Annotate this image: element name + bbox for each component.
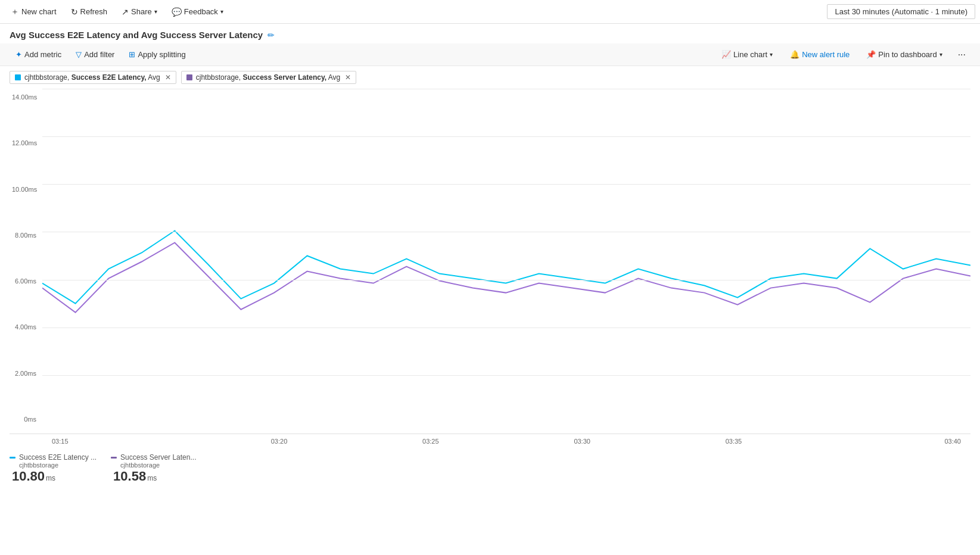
chart-type-button[interactable]: 📈 Line chart ▾ — [715, 47, 779, 62]
legend-value-1: 10.80 ms — [12, 469, 97, 484]
legend-header-1: Success E2E Latency ... — [10, 453, 97, 462]
alert-icon: 🔔 — [790, 50, 799, 59]
legend-dot-2 — [111, 457, 117, 459]
tag-1-dot — [15, 74, 21, 80]
tags-bar: cjhtbbstorage, Success E2E Latency, Avg … — [0, 66, 980, 89]
y-label-2: 2.00ms — [12, 370, 40, 377]
legend-label-2: Success Server Laten... — [120, 453, 196, 462]
legend-value-2: 10.58 ms — [113, 469, 196, 484]
y-label-12: 12.00ms — [12, 139, 40, 146]
metric-tag-2: cjhtbbstorage, Success Server Latency, A… — [181, 71, 356, 84]
x-label-3: 03:25 — [355, 438, 506, 445]
legend-label-1: Success E2E Latency ... — [19, 453, 97, 462]
share-chevron-icon: ▾ — [154, 8, 157, 15]
tag-1-close-button[interactable]: ✕ — [165, 73, 171, 82]
x-label-4: 03:30 — [506, 438, 658, 445]
x-axis: 03:15 03:20 03:25 03:30 03:35 03:40 — [10, 434, 970, 448]
grid-line-10 — [42, 184, 970, 185]
new-alert-rule-button[interactable]: 🔔 New alert rule — [784, 48, 855, 61]
y-axis: 14.00ms 12.00ms 10.00ms 8.00ms 6.00ms 4.… — [10, 89, 42, 434]
legend-item-2: Success Server Laten... cjhtbbstorage 10… — [111, 453, 196, 484]
tag-2-dot — [186, 74, 192, 80]
add-metric-button[interactable]: ✦ Add metric — [10, 48, 67, 61]
filter-icon: ▽ — [76, 50, 82, 59]
grid-line-8 — [42, 232, 970, 232]
edit-title-icon[interactable]: ✏ — [267, 30, 275, 40]
legend-storage-1: cjhtbbstorage — [19, 462, 97, 469]
more-icon: ··· — [958, 49, 966, 60]
grid-line-14 — [42, 89, 970, 89]
x-label-5: 03:35 — [658, 438, 809, 445]
refresh-button[interactable]: ↻ Refresh — [65, 5, 114, 19]
x-label-2: 03:20 — [203, 438, 354, 445]
x-label-1: 03:15 — [52, 438, 203, 445]
chart-type-chevron-icon: ▾ — [770, 51, 773, 58]
chart-title: Avg Success E2E Latency and Avg Success … — [10, 30, 263, 40]
new-chart-button[interactable]: ＋ New chart — [5, 4, 63, 20]
y-label-0: 0ms — [12, 416, 40, 423]
add-metric-icon: ✦ — [15, 50, 22, 59]
tag-2-close-button[interactable]: ✕ — [345, 73, 351, 82]
grid-line-12 — [42, 136, 970, 137]
y-label-8: 8.00ms — [12, 232, 40, 239]
pin-chevron-icon: ▾ — [939, 51, 942, 58]
line-chart-svg — [42, 89, 970, 423]
legend-number-1: 10.80 — [12, 469, 45, 484]
pin-icon: 📌 — [866, 50, 876, 59]
apply-splitting-button[interactable]: ⊞ Apply splitting — [123, 48, 191, 61]
feedback-icon: 💬 — [172, 7, 182, 17]
metrics-toolbar-left: ✦ Add metric ▽ Add filter ⊞ Apply splitt… — [10, 48, 192, 61]
time-range-button[interactable]: Last 30 minutes (Automatic · 1 minute) — [827, 4, 975, 19]
feedback-chevron-icon: ▾ — [220, 8, 223, 15]
add-filter-button[interactable]: ▽ Add filter — [70, 48, 120, 61]
chart-plot — [42, 89, 970, 423]
share-icon: ↗ — [122, 7, 129, 17]
metrics-toolbar: ✦ Add metric ▽ Add filter ⊞ Apply splitt… — [0, 43, 980, 66]
y-label-14: 14.00ms — [12, 93, 40, 101]
legend-area: Success E2E Latency ... cjhtbbstorage 10… — [0, 448, 980, 489]
legend-dot-1 — [10, 457, 15, 459]
grid-line-6 — [42, 280, 970, 280]
grid-line-2 — [42, 375, 970, 376]
refresh-icon: ↻ — [71, 7, 78, 17]
grid-line-4 — [42, 328, 970, 328]
tag-2-text: cjhtbbstorage, Success Server Latency, A… — [196, 73, 340, 82]
legend-storage-2: cjhtbbstorage — [120, 462, 196, 469]
y-label-6: 6.00ms — [12, 278, 40, 285]
tag-1-text: cjhtbbstorage, Success E2E Latency, Avg — [24, 73, 160, 82]
metrics-toolbar-right: 📈 Line chart ▾ 🔔 New alert rule 📌 Pin to… — [715, 47, 970, 63]
split-icon: ⊞ — [129, 50, 135, 59]
more-options-button[interactable]: ··· — [953, 47, 970, 63]
chart-title-bar: Avg Success E2E Latency and Avg Success … — [0, 24, 980, 43]
x-label-6: 03:40 — [810, 438, 961, 445]
legend-header-2: Success Server Laten... — [111, 453, 196, 462]
line-chart-icon: 📈 — [721, 50, 731, 59]
legend-item-1: Success E2E Latency ... cjhtbbstorage 10… — [10, 453, 97, 484]
y-label-4: 4.00ms — [12, 323, 40, 330]
plus-icon: ＋ — [11, 7, 19, 17]
pin-to-dashboard-button[interactable]: 📌 Pin to dashboard ▾ — [860, 48, 948, 61]
share-button[interactable]: ↗ Share ▾ — [116, 5, 163, 19]
feedback-button[interactable]: 💬 Feedback ▾ — [166, 5, 229, 19]
metric-tag-1: cjhtbbstorage, Success E2E Latency, Avg … — [10, 71, 176, 84]
chart-area: 14.00ms 12.00ms 10.00ms 8.00ms 6.00ms 4.… — [0, 89, 980, 448]
legend-number-2: 10.58 — [113, 469, 146, 484]
y-label-10: 10.00ms — [12, 186, 40, 193]
chart-container: 14.00ms 12.00ms 10.00ms 8.00ms 6.00ms 4.… — [10, 89, 970, 434]
legend-unit-2: ms — [147, 474, 157, 482]
main-toolbar: ＋ New chart ↻ Refresh ↗ Share ▾ 💬 Feedba… — [0, 0, 980, 24]
legend-unit-1: ms — [46, 474, 55, 482]
